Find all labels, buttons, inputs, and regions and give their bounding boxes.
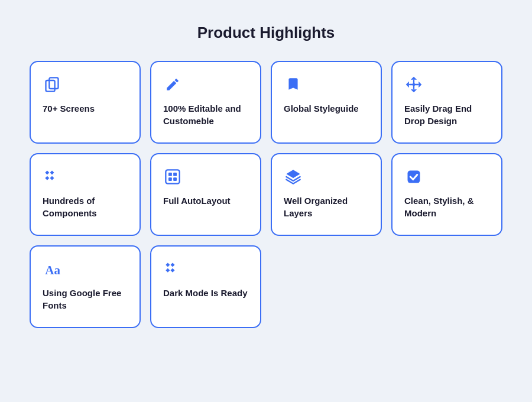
card-drag-drop-label: Easily Drag End Drop Design: [404, 102, 489, 127]
card-screens-label: 70+ Screens: [43, 102, 128, 115]
diamond2-icon: [163, 260, 182, 278]
svg-rect-7: [166, 170, 179, 183]
card-editable: 100% Editable and Customeble: [150, 61, 261, 144]
svg-marker-12: [286, 170, 300, 178]
layers-icon: [284, 167, 303, 186]
text-icon: Aa: [43, 260, 61, 278]
card-fonts: Aa Using Google Free Fonts: [30, 245, 141, 328]
card-components: Hundreds of Components: [30, 153, 141, 236]
svg-marker-15: [166, 263, 170, 267]
card-drag-drop: Easily Drag End Drop Design: [391, 61, 502, 144]
card-screens: 70+ Screens: [30, 61, 141, 144]
svg-rect-10: [168, 177, 172, 181]
bookmark-icon: [284, 75, 303, 94]
card-components-label: Hundreds of Components: [43, 194, 128, 219]
svg-marker-3: [45, 171, 49, 175]
check-icon: [404, 167, 423, 186]
svg-marker-5: [45, 176, 49, 180]
card-modern-label: Clean, Stylish, & Modern: [404, 194, 489, 219]
card-layers: Well Organized Layers: [271, 153, 382, 236]
card-styleguide: Global Styleguide: [271, 61, 382, 144]
svg-marker-4: [50, 171, 54, 175]
card-modern: Clean, Stylish, & Modern: [391, 153, 502, 236]
pencil-icon: [163, 75, 182, 94]
highlights-grid: 70+ Screens 100% Editable and Customeble…: [30, 61, 502, 328]
svg-rect-0: [49, 77, 58, 89]
move-icon: [404, 75, 423, 94]
svg-marker-18: [171, 268, 175, 273]
copy-icon: [43, 75, 61, 94]
svg-rect-1: [46, 80, 55, 92]
svg-rect-13: [408, 171, 420, 183]
card-darkmode-label: Dark Mode Is Ready: [163, 287, 248, 299]
svg-marker-6: [50, 176, 54, 180]
svg-marker-17: [166, 268, 170, 273]
card-autolayout: Full AutoLayout: [150, 153, 261, 236]
card-editable-label: 100% Editable and Customeble: [163, 102, 248, 127]
card-fonts-label: Using Google Free Fonts: [43, 287, 128, 312]
page-title: Product Highlights: [197, 24, 335, 42]
card-autolayout-label: Full AutoLayout: [163, 194, 248, 207]
card-styleguide-label: Global Styleguide: [284, 102, 369, 115]
diamond-icon: [43, 167, 61, 186]
svg-rect-11: [173, 177, 177, 181]
svg-rect-9: [173, 173, 177, 176]
svg-point-2: [413, 83, 416, 86]
svg-marker-16: [171, 263, 175, 267]
svg-rect-8: [168, 173, 172, 176]
card-darkmode: Dark Mode Is Ready: [150, 245, 261, 328]
autolayout-icon: [163, 167, 182, 186]
card-layers-label: Well Organized Layers: [284, 194, 369, 219]
svg-text:Aa: Aa: [45, 263, 60, 277]
